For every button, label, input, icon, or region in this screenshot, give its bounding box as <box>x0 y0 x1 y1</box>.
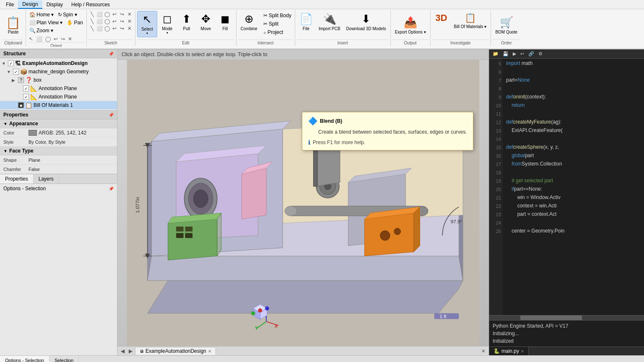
checkbox-bom1[interactable]: ■ <box>18 102 24 108</box>
sketch-icon-2[interactable]: ⬜ <box>96 11 103 18</box>
scroll-indicator[interactable] <box>489 315 644 320</box>
tree-item-root[interactable]: ▼ ✓ 🏗 ExampleAutomationDesign <box>0 59 117 67</box>
sketch-icon-18[interactable]: ✕ <box>126 25 133 32</box>
bottom-tab-options[interactable]: Options - Selection <box>0 356 49 362</box>
properties-pin-icon[interactable]: 📌 <box>109 113 114 117</box>
sketch-icon-7[interactable]: ╲ <box>88 18 96 25</box>
orient-icon-1[interactable]: ↖ <box>28 36 34 42</box>
sketch-icon-17[interactable]: ↪ <box>119 25 126 32</box>
tree-item-machine-geo[interactable]: ▼ ✓ 📦 machine_design Geometry <box>0 67 117 76</box>
nav-back-icon[interactable]: ◀ <box>119 348 126 354</box>
tree-item-ann2[interactable]: ✓ 📐 Annotation Plane <box>0 93 117 101</box>
svg-point-30 <box>285 206 297 216</box>
bottom-tab-selection[interactable]: Selection <box>49 356 79 362</box>
sketch-icon-5[interactable]: ↪ <box>119 11 126 18</box>
checkbox-root[interactable]: ✓ <box>8 60 14 66</box>
code-toolbar-btn-3[interactable]: ▶ <box>511 50 518 57</box>
sketch-icon-9[interactable]: ◯ <box>104 18 111 25</box>
code-toolbar-btn-5[interactable]: 🔗 <box>527 50 536 57</box>
sketch-icon-3[interactable]: ◯ <box>104 11 111 18</box>
sketch-icon-6[interactable]: ✕ <box>126 11 133 18</box>
sketch-icon-1[interactable]: ╲ <box>88 11 96 18</box>
project-button[interactable]: ⬦ Project <box>262 28 293 36</box>
spin-button[interactable]: ↻ Spin ▾ <box>56 11 78 18</box>
checkbox-machine[interactable]: ✓ <box>13 69 19 75</box>
box-icon: ❓ <box>25 77 32 83</box>
appearance-section-header[interactable]: ▼ Appearance <box>0 119 117 128</box>
checkbox-ann1[interactable]: ✓ <box>23 85 29 91</box>
sketch-icon-15[interactable]: ◯ <box>104 25 111 32</box>
sketch-icon-12[interactable]: ✕ <box>126 18 133 25</box>
root-icon: 🏗 <box>15 60 21 67</box>
sketch-icon-8[interactable]: ⬜ <box>96 18 103 25</box>
tree-item-ann1[interactable]: ✓ 📐 Annotation Plane <box>0 84 117 93</box>
ribbon-group-sketch: ╲ ⬜ ◯ ↩ ↪ ✕ ╲ ⬜ ◯ ↩ ↪ ✕ ╲ ⬜ ◯ ↩ ↪ ✕ Sket… <box>87 10 135 46</box>
plan-view-button[interactable]: ⬜ Plan View ▾ <box>28 19 64 26</box>
code-content[interactable]: import math part = None def oninit(conte… <box>503 59 644 315</box>
options-pin-icon[interactable]: 📌 <box>109 186 114 191</box>
tree-item-bom1[interactable]: ■ 📋 Bill Of Materials 1 <box>0 101 117 109</box>
menu-file[interactable]: File <box>2 1 18 8</box>
checkbox-box[interactable]: ? <box>18 77 24 83</box>
mode-button[interactable]: ◻ Mode ▾ <box>158 11 177 36</box>
code-toolbar-btn-6[interactable]: ⚙ <box>537 50 544 57</box>
sketch-icon-10[interactable]: ↩ <box>111 18 118 25</box>
code-toolbar: 📁 💾 ▶ ↩ 🔗 ⚙ <box>489 49 644 59</box>
select-button[interactable]: ↖ Select ▾ <box>137 11 157 37</box>
split-button[interactable]: ✂ Split <box>262 20 293 28</box>
sketch-icon-13[interactable]: ╲ <box>88 25 96 32</box>
file-button[interactable]: 📄 File <box>297 11 315 33</box>
sketch-icon-11[interactable]: ↪ <box>119 18 126 25</box>
3d-button[interactable]: 3D <box>432 11 451 26</box>
tree-item-box[interactable]: ▶ ? ❓ box <box>0 76 117 84</box>
code-editor-area[interactable]: 5 6 7 8 9 10 11 12 13 14 15 16 17 18 19 … <box>489 59 644 315</box>
code-toolbar-btn-2[interactable]: 💾 <box>501 50 510 57</box>
viewport-3d[interactable]: 97.9° 1 ft 1.077in Z X Y <box>117 59 489 346</box>
orient-icon-4[interactable]: ↩ <box>52 36 59 42</box>
code-toolbar-btn-4[interactable]: ↩ <box>519 50 526 57</box>
move-button[interactable]: ✥ Move <box>197 11 215 33</box>
download-3d-button[interactable]: ⬇ Download 3D Models <box>344 11 389 33</box>
split-body-button[interactable]: ✂ Split Body <box>262 12 293 19</box>
viewport-close-icon[interactable]: ✕ <box>480 348 487 354</box>
pin-icon[interactable]: 📌 <box>109 52 114 56</box>
export-button[interactable]: 📤 Export Options ▾ <box>392 14 428 36</box>
tab-properties[interactable]: Properties <box>0 174 34 184</box>
checkbox-ann2[interactable]: ✓ <box>23 94 29 100</box>
bom-quote-label: BOM Quote <box>495 30 517 35</box>
pull-button[interactable]: ⬆ Pull <box>177 11 196 33</box>
orient-icon-5[interactable]: ↪ <box>60 36 66 42</box>
color-value[interactable]: ARGB: 255, 142, 142 <box>29 130 114 136</box>
orient-icon-2[interactable]: ⬜ <box>35 36 44 42</box>
code-toolbar-btn-1[interactable]: 📁 <box>491 50 500 57</box>
bom-quote-button[interactable]: 🛒 BOM Quote <box>493 14 520 36</box>
sketch-icon-16[interactable]: ↩ <box>111 25 118 32</box>
move-label: Move <box>201 26 211 31</box>
code-line-8 <box>506 85 641 93</box>
zoom-button[interactable]: 🔍 Zoom ▾ <box>28 27 55 34</box>
menu-help[interactable]: Help / Resources <box>67 1 114 8</box>
orient-icon-6[interactable]: ✕ <box>67 36 73 42</box>
menu-display[interactable]: Display <box>42 1 67 8</box>
sketch-icon-14[interactable]: ⬜ <box>96 25 103 32</box>
tab-layers[interactable]: Layers <box>34 174 59 184</box>
design-tab-close[interactable]: ✕ <box>208 349 211 354</box>
sketch-icon-4[interactable]: ↩ <box>111 11 118 18</box>
bom-button[interactable]: 📋 Bill Of Materials ▾ <box>452 11 489 31</box>
orient-icon-3[interactable]: ◯ <box>44 36 52 42</box>
download-3d-label: Download 3D Models <box>346 26 386 31</box>
fill-button[interactable]: ◼ Fill <box>216 11 234 33</box>
ann2-icon: 📐 <box>30 93 37 100</box>
paste-button[interactable]: 📋 Paste <box>3 15 23 36</box>
import-pcb-button[interactable]: 🔌 Import PCB <box>316 11 343 33</box>
menu-design[interactable]: Design <box>18 0 42 9</box>
nav-forward-icon[interactable]: ▶ <box>127 348 134 354</box>
combine-button[interactable]: ⊕ Combine <box>238 11 260 33</box>
home-button[interactable]: 🏠 Home ▾ <box>28 11 55 18</box>
pan-button[interactable]: ✋ Pan <box>65 19 84 26</box>
scroll-thumb[interactable] <box>520 315 582 320</box>
code-file-tab-main[interactable]: 🐍 main.py ✕ <box>489 347 529 355</box>
face-type-section-header[interactable]: ▼ Face Type <box>0 147 117 155</box>
code-file-tab-close[interactable]: ✕ <box>521 349 524 354</box>
viewport-tab-design[interactable]: 🖥 ExampleAutomationDesign ✕ <box>135 347 216 355</box>
